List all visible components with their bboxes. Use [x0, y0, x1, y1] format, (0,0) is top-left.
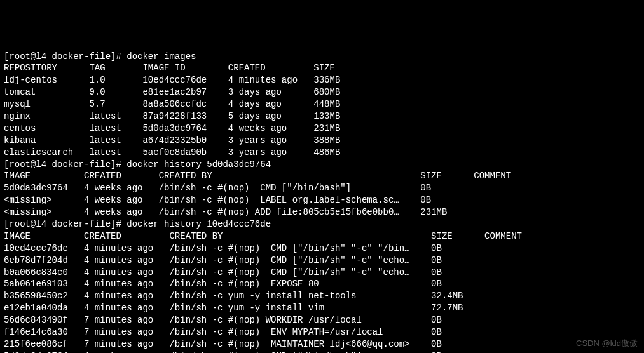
watermark: CSDN @ldd傲傲: [576, 338, 638, 349]
terminal-output[interactable]: [root@l4 docker-file]# docker images REP…: [4, 51, 640, 353]
